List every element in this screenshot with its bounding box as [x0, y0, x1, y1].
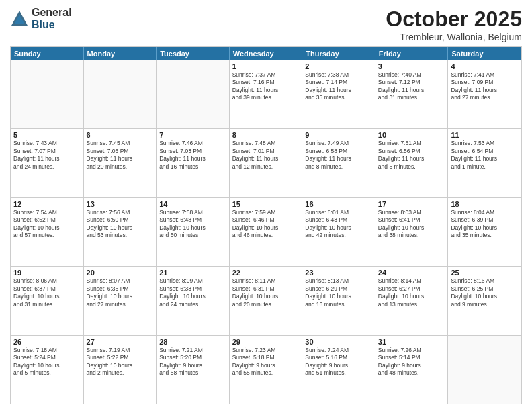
cell-info: Sunrise: 7:24 AM Sunset: 5:16 PM Dayligh…	[305, 347, 372, 377]
empty-cell-0-0	[11, 60, 84, 128]
day-cell-22: 22Sunrise: 8:11 AM Sunset: 6:31 PM Dayli…	[230, 267, 303, 334]
day-number: 31	[378, 338, 445, 346]
cell-info: Sunrise: 8:06 AM Sunset: 6:37 PM Dayligh…	[13, 277, 81, 308]
day-number: 18	[451, 200, 519, 208]
day-number: 1	[232, 62, 300, 71]
day-cell-31: 31Sunrise: 7:26 AM Sunset: 5:14 PM Dayli…	[375, 336, 449, 404]
calendar-row-3: 19Sunrise: 8:06 AM Sunset: 6:37 PM Dayli…	[11, 266, 521, 334]
day-number: 5	[13, 131, 81, 139]
day-cell-21: 21Sunrise: 8:09 AM Sunset: 6:33 PM Dayli…	[157, 267, 230, 334]
day-number: 20	[87, 269, 154, 277]
day-cell-17: 17Sunrise: 8:03 AM Sunset: 6:41 PM Dayli…	[375, 198, 449, 266]
calendar-page: General Blue October 2025 Trembleur, Wal…	[0, 0, 532, 411]
day-number: 19	[13, 269, 81, 277]
calendar-row-0: 1Sunrise: 7:37 AM Sunset: 7:16 PM Daylig…	[11, 60, 521, 128]
cell-info: Sunrise: 7:51 AM Sunset: 6:56 PM Dayligh…	[378, 140, 445, 171]
day-number: 27	[87, 338, 154, 346]
cell-info: Sunrise: 8:03 AM Sunset: 6:41 PM Dayligh…	[378, 209, 445, 240]
empty-cell-0-2	[157, 60, 230, 128]
day-cell-27: 27Sunrise: 7:19 AM Sunset: 5:22 PM Dayli…	[84, 336, 157, 404]
day-cell-30: 30Sunrise: 7:24 AM Sunset: 5:16 PM Dayli…	[302, 336, 375, 404]
day-cell-23: 23Sunrise: 8:13 AM Sunset: 6:29 PM Dayli…	[302, 267, 375, 334]
cell-info: Sunrise: 7:21 AM Sunset: 5:20 PM Dayligh…	[159, 347, 226, 377]
cell-info: Sunrise: 7:58 AM Sunset: 6:48 PM Dayligh…	[159, 209, 226, 240]
cell-info: Sunrise: 8:14 AM Sunset: 6:27 PM Dayligh…	[378, 277, 445, 308]
logo-text: General Blue	[32, 7, 72, 30]
day-cell-28: 28Sunrise: 7:21 AM Sunset: 5:20 PM Dayli…	[157, 336, 230, 404]
calendar-body: 1Sunrise: 7:37 AM Sunset: 7:16 PM Daylig…	[11, 60, 521, 404]
cell-info: Sunrise: 7:37 AM Sunset: 7:16 PM Dayligh…	[232, 71, 300, 102]
cell-info: Sunrise: 7:56 AM Sunset: 6:50 PM Dayligh…	[87, 209, 154, 240]
day-number: 17	[378, 200, 445, 208]
cell-info: Sunrise: 7:53 AM Sunset: 6:54 PM Dayligh…	[451, 140, 519, 171]
day-cell-2: 2Sunrise: 7:38 AM Sunset: 7:14 PM Daylig…	[302, 60, 375, 128]
cell-info: Sunrise: 7:19 AM Sunset: 5:22 PM Dayligh…	[87, 347, 154, 377]
cell-info: Sunrise: 8:16 AM Sunset: 6:25 PM Dayligh…	[451, 277, 519, 308]
weekday-header-sunday: Sunday	[11, 47, 84, 60]
day-cell-4: 4Sunrise: 7:41 AM Sunset: 7:09 PM Daylig…	[448, 60, 521, 128]
day-cell-7: 7Sunrise: 7:46 AM Sunset: 7:03 PM Daylig…	[157, 129, 230, 197]
day-number: 29	[232, 338, 300, 346]
cell-info: Sunrise: 8:07 AM Sunset: 6:35 PM Dayligh…	[87, 277, 154, 308]
calendar-row-2: 12Sunrise: 7:54 AM Sunset: 6:52 PM Dayli…	[11, 197, 521, 266]
day-number: 11	[451, 131, 519, 139]
day-cell-24: 24Sunrise: 8:14 AM Sunset: 6:27 PM Dayli…	[375, 267, 449, 334]
cell-info: Sunrise: 7:54 AM Sunset: 6:52 PM Dayligh…	[13, 209, 81, 240]
day-number: 3	[378, 62, 445, 71]
day-number: 9	[305, 131, 372, 139]
day-cell-10: 10Sunrise: 7:51 AM Sunset: 6:56 PM Dayli…	[375, 129, 449, 197]
day-number: 13	[87, 200, 154, 208]
day-number: 7	[159, 131, 226, 139]
day-number: 8	[232, 131, 300, 139]
cell-info: Sunrise: 7:40 AM Sunset: 7:12 PM Dayligh…	[378, 71, 445, 102]
header: General Blue October 2025 Trembleur, Wal…	[10, 7, 522, 42]
calendar-row-4: 26Sunrise: 7:18 AM Sunset: 5:24 PM Dayli…	[11, 335, 521, 404]
cell-info: Sunrise: 7:26 AM Sunset: 5:14 PM Dayligh…	[378, 347, 445, 377]
cell-info: Sunrise: 7:48 AM Sunset: 7:01 PM Dayligh…	[232, 140, 300, 171]
logo-icon	[10, 9, 29, 28]
day-number: 16	[305, 200, 372, 208]
cell-info: Sunrise: 8:11 AM Sunset: 6:31 PM Dayligh…	[232, 277, 300, 308]
day-cell-15: 15Sunrise: 7:59 AM Sunset: 6:46 PM Dayli…	[230, 198, 303, 266]
weekday-header-monday: Monday	[84, 47, 157, 60]
cell-info: Sunrise: 8:13 AM Sunset: 6:29 PM Dayligh…	[305, 277, 372, 308]
logo-general: General	[32, 7, 72, 19]
day-cell-5: 5Sunrise: 7:43 AM Sunset: 7:07 PM Daylig…	[11, 129, 84, 197]
day-number: 22	[232, 269, 300, 277]
day-number: 10	[378, 131, 445, 139]
month-title: October 2025	[386, 7, 522, 32]
weekday-header-friday: Friday	[375, 47, 449, 60]
weekday-header-saturday: Saturday	[448, 47, 521, 60]
day-cell-9: 9Sunrise: 7:49 AM Sunset: 6:58 PM Daylig…	[302, 129, 375, 197]
cell-info: Sunrise: 7:45 AM Sunset: 7:05 PM Dayligh…	[87, 140, 154, 171]
empty-cell-4-6	[448, 336, 521, 404]
day-cell-11: 11Sunrise: 7:53 AM Sunset: 6:54 PM Dayli…	[448, 129, 521, 197]
day-number: 4	[451, 62, 519, 71]
logo: General Blue	[10, 7, 72, 30]
cell-info: Sunrise: 7:43 AM Sunset: 7:07 PM Dayligh…	[13, 140, 81, 171]
day-cell-19: 19Sunrise: 8:06 AM Sunset: 6:37 PM Dayli…	[11, 267, 84, 334]
day-cell-8: 8Sunrise: 7:48 AM Sunset: 7:01 PM Daylig…	[230, 129, 303, 197]
cell-info: Sunrise: 7:38 AM Sunset: 7:14 PM Dayligh…	[305, 71, 372, 102]
day-number: 12	[13, 200, 81, 208]
day-number: 15	[232, 200, 300, 208]
day-number: 24	[378, 269, 445, 277]
day-cell-25: 25Sunrise: 8:16 AM Sunset: 6:25 PM Dayli…	[448, 267, 521, 334]
day-cell-26: 26Sunrise: 7:18 AM Sunset: 5:24 PM Dayli…	[11, 336, 84, 404]
cell-info: Sunrise: 7:46 AM Sunset: 7:03 PM Dayligh…	[159, 140, 226, 171]
cell-info: Sunrise: 7:41 AM Sunset: 7:09 PM Dayligh…	[451, 71, 519, 102]
cell-info: Sunrise: 7:18 AM Sunset: 5:24 PM Dayligh…	[13, 347, 81, 377]
day-cell-16: 16Sunrise: 8:01 AM Sunset: 6:43 PM Dayli…	[302, 198, 375, 266]
day-cell-12: 12Sunrise: 7:54 AM Sunset: 6:52 PM Dayli…	[11, 198, 84, 266]
day-cell-18: 18Sunrise: 8:04 AM Sunset: 6:39 PM Dayli…	[448, 198, 521, 266]
location: Trembleur, Wallonia, Belgium	[386, 32, 522, 42]
weekday-header-thursday: Thursday	[302, 47, 375, 60]
day-number: 25	[451, 269, 519, 277]
day-cell-20: 20Sunrise: 8:07 AM Sunset: 6:35 PM Dayli…	[84, 267, 157, 334]
cell-info: Sunrise: 8:01 AM Sunset: 6:43 PM Dayligh…	[305, 209, 372, 240]
day-number: 21	[159, 269, 226, 277]
day-cell-6: 6Sunrise: 7:45 AM Sunset: 7:05 PM Daylig…	[84, 129, 157, 197]
empty-cell-0-1	[84, 60, 157, 128]
calendar: SundayMondayTuesdayWednesdayThursdayFrid…	[10, 46, 522, 404]
title-section: October 2025 Trembleur, Wallonia, Belgiu…	[386, 7, 522, 42]
